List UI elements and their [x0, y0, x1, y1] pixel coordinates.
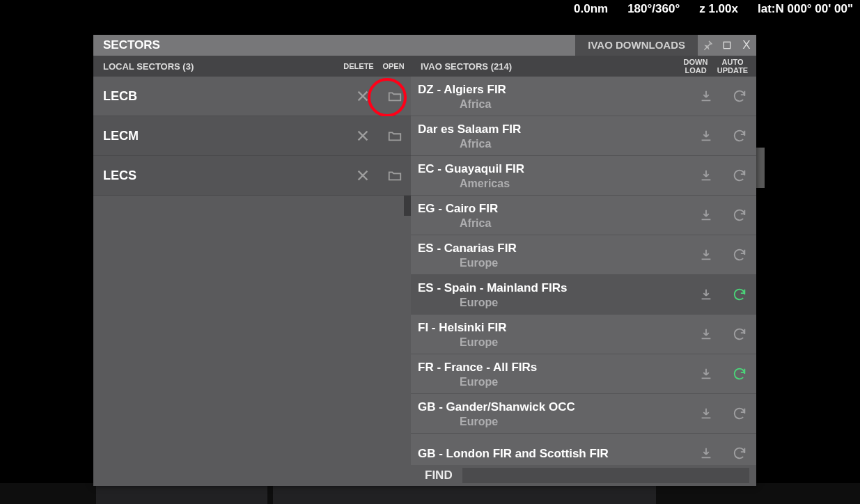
background-taskbar	[0, 483, 860, 504]
svg-rect-0	[724, 42, 730, 48]
open-folder-icon[interactable]	[379, 77, 411, 116]
auto-update-icon[interactable]	[723, 116, 756, 155]
find-bar: FIND	[411, 465, 756, 486]
auto-update-icon[interactable]	[723, 156, 756, 195]
download-icon[interactable]	[689, 235, 723, 274]
ivao-fir-name: GB - Gander/Shanwick OCC	[418, 400, 689, 414]
auto-update-icon[interactable]	[723, 354, 756, 393]
ivao-row[interactable]: FI - Helsinki FIREurope	[411, 315, 756, 354]
close-icon[interactable]: X	[737, 35, 756, 56]
download-icon[interactable]	[689, 434, 723, 465]
ivao-sectors-list[interactable]: DZ - Algiers FIRAfricaDar es Salaam FIRA…	[411, 77, 756, 465]
ivao-fir-name: ES - Canarias FIR	[418, 242, 689, 255]
taskbar-chunk	[273, 483, 656, 504]
ivao-region: Europe	[418, 415, 689, 428]
delete-icon[interactable]	[347, 77, 379, 116]
open-folder-icon[interactable]	[379, 116, 411, 155]
local-sector-name: LECM	[103, 129, 347, 143]
auto-update-icon[interactable]	[723, 196, 756, 235]
download-icon[interactable]	[689, 354, 723, 393]
ivao-row[interactable]: Dar es Salaam FIRAfrica	[411, 116, 756, 156]
ivao-row[interactable]: FR - France - All FIRsEurope	[411, 354, 756, 394]
auto-update-icon[interactable]	[723, 315, 756, 354]
auto-update-icon[interactable]	[723, 77, 756, 116]
ivao-region: Europe	[418, 256, 689, 269]
col-download-label: DOWNLOAD	[678, 58, 713, 74]
ivao-fir-name: EG - Cairo FIR	[418, 202, 689, 216]
ivao-region: Europe	[418, 336, 689, 349]
col-delete-label: DELETE	[341, 62, 376, 70]
download-icon[interactable]	[689, 196, 723, 235]
find-input[interactable]	[462, 468, 749, 483]
auto-update-icon[interactable]	[723, 394, 756, 433]
ivao-region: Africa	[418, 137, 689, 150]
ivao-region: Africa	[418, 216, 689, 230]
col-open-label: OPEN	[376, 62, 411, 70]
open-folder-icon[interactable]	[379, 156, 411, 195]
pin-icon[interactable]	[698, 35, 717, 56]
ivao-fir-name: ES - Spain - Mainland FIRs	[418, 281, 689, 295]
ivao-fir-name: FR - France - All FIRs	[418, 361, 689, 375]
local-sectors-pane: LOCAL SECTORS (3) DELETE OPEN LECB	[93, 56, 411, 486]
delete-icon[interactable]	[347, 156, 379, 195]
ivao-fir-name: DZ - Algiers FIR	[418, 83, 689, 97]
find-label: FIND	[425, 468, 453, 482]
local-sector-name: LECB	[103, 89, 347, 104]
dialog-title: SECTORS	[93, 38, 575, 52]
ivao-region: Europe	[418, 375, 689, 388]
ivao-row[interactable]: ES - Canarias FIREurope	[411, 235, 756, 275]
delete-icon[interactable]	[347, 116, 379, 155]
ivao-header-label: IVAO SECTORS (214)	[421, 61, 678, 72]
status-zoom: z 1.00x	[699, 2, 738, 16]
maximize-icon[interactable]	[717, 35, 737, 56]
ivao-region: Americas	[418, 177, 689, 190]
download-icon[interactable]	[689, 275, 723, 314]
taskbar-chunk	[96, 483, 267, 504]
local-sector-name: LECS	[103, 168, 347, 183]
download-icon[interactable]	[689, 394, 723, 433]
ivao-row[interactable]: EG - Cairo FIRAfrica	[411, 196, 756, 235]
ivao-row[interactable]: DZ - Algiers FIRAfrica	[411, 77, 756, 116]
ivao-row[interactable]: EC - Guayaquil FIRAmericas	[411, 156, 756, 196]
download-icon[interactable]	[689, 315, 723, 354]
sectors-dialog: SECTORS IVAO DOWNLOADS X LOCAL SECTORS (…	[93, 35, 756, 486]
ivao-region: Africa	[418, 97, 689, 111]
download-icon[interactable]	[689, 77, 723, 116]
ivao-fir-name: FI - Helsinki FIR	[418, 321, 689, 335]
status-bar: 0.0nm 180°/360° z 1.00x lat:N 000° 00' 0…	[0, 0, 860, 20]
auto-update-icon[interactable]	[723, 235, 756, 274]
auto-update-icon[interactable]	[723, 275, 756, 314]
local-row[interactable]: LECB	[93, 77, 411, 116]
local-header-label: LOCAL SECTORS (3)	[103, 61, 341, 72]
status-heading: 180°/360°	[627, 2, 680, 16]
ivao-row[interactable]: ES - Spain - Mainland FIRsEurope	[411, 275, 756, 315]
ivao-row[interactable]: GB - London FIR and Scottish FIR	[411, 434, 756, 465]
ivao-fir-name: EC - Guayaquil FIR	[418, 162, 689, 176]
dialog-titlebar[interactable]: SECTORS IVAO DOWNLOADS X	[93, 35, 756, 56]
ivao-fir-name: Dar es Salaam FIR	[418, 123, 689, 136]
local-sectors-list: LECB LECM	[93, 77, 411, 486]
ivao-region: Europe	[418, 296, 689, 309]
local-row[interactable]: LECM	[93, 116, 411, 156]
ivao-sectors-pane: IVAO SECTORS (214) DOWNLOAD AUTOUPDATE D…	[411, 56, 756, 486]
download-icon[interactable]	[689, 156, 723, 195]
tab-ivao-downloads[interactable]: IVAO DOWNLOADS	[575, 35, 698, 56]
outer-scrollbar-thumb[interactable]	[756, 148, 765, 188]
status-latlon: lat:N 000° 00' 00"	[758, 2, 853, 16]
download-icon[interactable]	[689, 116, 723, 155]
local-column-header: LOCAL SECTORS (3) DELETE OPEN	[93, 56, 411, 77]
auto-update-icon[interactable]	[723, 434, 756, 465]
ivao-column-header: IVAO SECTORS (214) DOWNLOAD AUTOUPDATE	[411, 56, 756, 77]
local-row[interactable]: LECS	[93, 156, 411, 196]
col-update-label: AUTOUPDATE	[713, 58, 752, 74]
status-distance: 0.0nm	[574, 2, 608, 16]
ivao-fir-name: GB - London FIR and Scottish FIR	[418, 447, 689, 461]
ivao-row[interactable]: GB - Gander/Shanwick OCCEurope	[411, 394, 756, 434]
